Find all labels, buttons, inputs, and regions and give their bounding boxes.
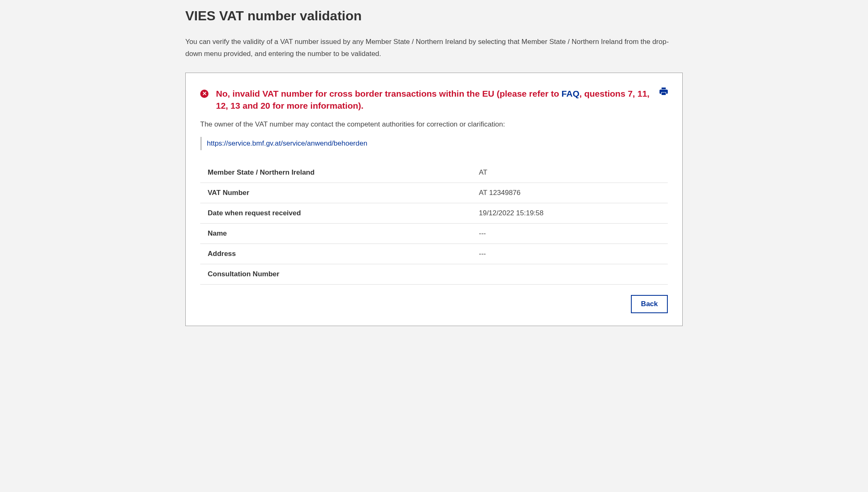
table-row: VAT Number AT 12349876 — [200, 183, 668, 203]
row-value — [471, 264, 668, 284]
table-row: Member State / Northern Ireland AT — [200, 163, 668, 183]
result-panel: ✕ No, invalid VAT number for cross borde… — [185, 73, 683, 326]
authority-link-block: https://service.bmf.gv.at/service/anwend… — [200, 137, 668, 150]
authority-link[interactable]: https://service.bmf.gv.at/service/anwend… — [207, 139, 367, 147]
error-message: No, invalid VAT number for cross border … — [216, 88, 651, 112]
table-row: Date when request received 19/12/2022 15… — [200, 203, 668, 223]
error-icon: ✕ — [200, 90, 209, 98]
page-title: VIES VAT number validation — [185, 8, 683, 24]
error-header: ✕ No, invalid VAT number for cross borde… — [200, 88, 668, 112]
row-label: Consultation Number — [200, 264, 471, 284]
owner-note: The owner of the VAT number may contact … — [200, 120, 668, 129]
row-value: --- — [471, 223, 668, 244]
row-value: AT — [471, 163, 668, 183]
row-label: Member State / Northern Ireland — [200, 163, 471, 183]
print-icon[interactable] — [659, 88, 668, 97]
table-row: Address --- — [200, 244, 668, 264]
details-table: Member State / Northern Ireland AT VAT N… — [200, 163, 668, 285]
table-row: Consultation Number — [200, 264, 668, 284]
intro-text: You can verify the validity of a VAT num… — [185, 36, 683, 60]
error-text-prefix: No, invalid VAT number for cross border … — [216, 89, 562, 98]
row-value: 19/12/2022 15:19:58 — [471, 203, 668, 223]
row-label: Address — [200, 244, 471, 264]
row-value: AT 12349876 — [471, 183, 668, 203]
svg-rect-0 — [662, 88, 666, 89]
table-row: Name --- — [200, 223, 668, 244]
row-value: --- — [471, 244, 668, 264]
row-label: Date when request received — [200, 203, 471, 223]
row-label: VAT Number — [200, 183, 471, 203]
row-label: Name — [200, 223, 471, 244]
faq-link[interactable]: FAQ — [562, 89, 579, 98]
back-button[interactable]: Back — [631, 295, 668, 313]
button-row: Back — [200, 295, 668, 313]
svg-rect-1 — [662, 93, 666, 95]
